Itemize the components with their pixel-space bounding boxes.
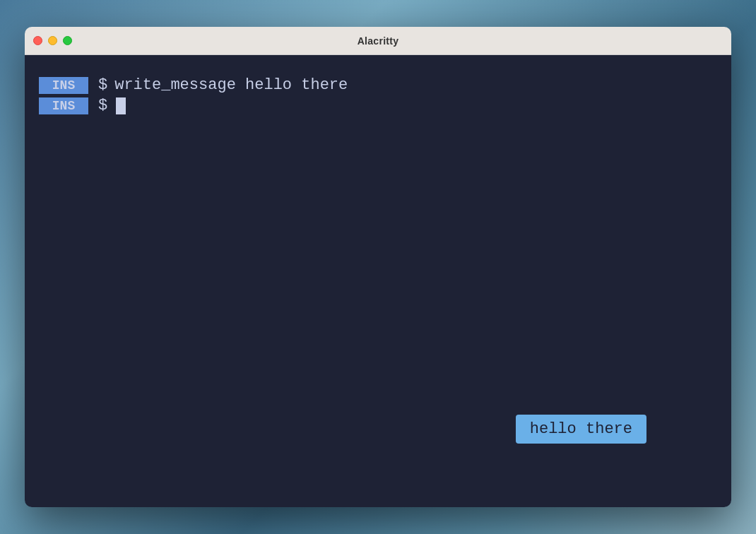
terminal-line-1: INS $ write_message hello there xyxy=(39,76,717,94)
traffic-lights xyxy=(33,36,72,45)
ins-badge-2: INS xyxy=(39,97,88,114)
titlebar: Alacritty xyxy=(25,27,731,55)
prompt-1: $ xyxy=(98,76,107,94)
terminal-window: Alacritty INS $ write_message hello ther… xyxy=(25,27,731,507)
ins-badge-1: INS xyxy=(39,77,88,94)
command-text: write_message hello there xyxy=(114,76,348,94)
terminal-body[interactable]: INS $ write_message hello there INS $ he… xyxy=(25,55,731,507)
minimize-button[interactable] xyxy=(48,36,57,45)
window-title: Alacritty xyxy=(358,35,399,47)
prompt-2: $ xyxy=(98,97,107,114)
close-button[interactable] xyxy=(33,36,42,45)
maximize-button[interactable] xyxy=(63,36,72,45)
message-bubble: hello there xyxy=(516,415,646,444)
terminal-line-2: INS $ xyxy=(39,97,717,114)
cursor xyxy=(116,97,126,114)
